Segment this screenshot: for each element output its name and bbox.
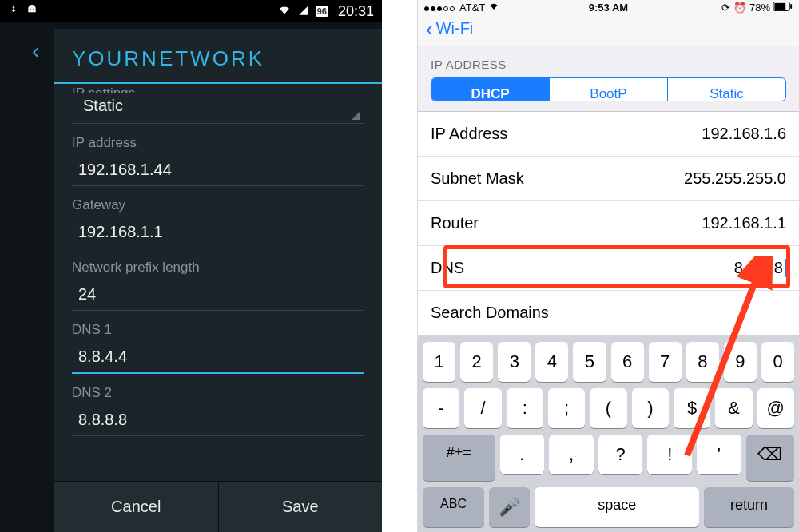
row-subnet-mask[interactable]: Subnet Mask 255.255.255.0 — [418, 157, 799, 201]
ip-settings-value: Static — [83, 97, 123, 114]
row-ip-address[interactable]: IP Address 192.168.1.6 — [418, 112, 799, 157]
android-status-bar: 96 20:31 — [0, 0, 382, 22]
android-screenshot: 96 20:31 ‹ YOURNETWORK IP settings Stati… — [0, 0, 382, 532]
key-,[interactable]: , — [549, 435, 594, 474]
dns2-input[interactable]: 8.8.8.8 — [72, 406, 364, 436]
prefix-label: Network prefix length — [72, 260, 364, 276]
backspace-icon: ⌫ — [757, 444, 782, 464]
wifi-icon — [277, 5, 292, 18]
row-label: DNS — [431, 259, 464, 277]
battery-level: 96 — [316, 6, 328, 17]
key-6[interactable]: 6 — [611, 342, 644, 382]
save-button[interactable]: Save — [218, 482, 383, 532]
key-space[interactable]: space — [535, 487, 699, 527]
ip-address-label: IP address — [72, 135, 364, 151]
key-7[interactable]: 7 — [649, 342, 682, 382]
svg-point-0 — [30, 8, 31, 9]
dns1-input[interactable]: 8.8.4.4 — [72, 343, 364, 374]
row-router[interactable]: Router 192.168.1.1 — [418, 201, 799, 246]
usb-icon — [8, 5, 19, 18]
prefix-input[interactable]: 24 — [72, 280, 364, 311]
clock: 9:53 AM — [418, 2, 799, 14]
key-:[interactable]: : — [507, 388, 543, 428]
ip-mode-segmented-control[interactable]: DHCP BootP Static — [431, 77, 786, 101]
svg-point-1 — [33, 8, 34, 9]
back-button[interactable]: ‹ Wi-Fi — [426, 19, 791, 38]
chevron-left-icon: ‹ — [426, 22, 433, 36]
row-label: Subnet Mask — [431, 169, 524, 188]
dialog-title: YOURNETWORK — [54, 29, 382, 84]
key-1[interactable]: 1 — [423, 342, 455, 382]
clock: 20:31 — [338, 3, 374, 20]
segment-dhcp[interactable]: DHCP — [431, 78, 549, 101]
dns2-label: DNS 2 — [72, 385, 364, 401]
key-5[interactable]: 5 — [573, 342, 606, 382]
ios-status-bar: AT&T 9:53 AM ⟳ ⏰ 78% — [418, 0, 799, 14]
mic-icon: 🎤 — [499, 497, 520, 517]
key-0[interactable]: 0 — [761, 342, 794, 382]
row-value: 192.168.1.6 — [702, 125, 786, 143]
row-value: 192.168.1.1 — [702, 214, 786, 232]
key-;[interactable]: ; — [548, 388, 585, 428]
ip-address-input[interactable]: 192.168.1.44 — [72, 156, 364, 186]
key-([interactable]: ( — [590, 388, 626, 428]
key-2[interactable]: 2 — [460, 342, 493, 382]
back-chevron-icon[interactable]: ‹ — [32, 38, 39, 64]
key-return[interactable]: return — [704, 487, 794, 527]
segment-static[interactable]: Static — [667, 78, 785, 101]
dns1-label: DNS 1 — [72, 322, 364, 338]
row-search-domains[interactable]: Search Domains — [418, 291, 799, 335]
key-.[interactable]: . — [500, 435, 545, 474]
back-label: Wi-Fi — [436, 19, 474, 38]
ios-screenshot: AT&T 9:53 AM ⟳ ⏰ 78% ‹ Wi-Fi IP Address … — [417, 0, 799, 532]
android-face-icon — [26, 5, 38, 18]
key-backspace[interactable]: ⌫ — [746, 435, 794, 481]
key-symbols-toggle[interactable]: #+= — [423, 435, 495, 481]
ios-nav-bar: ‹ Wi-Fi — [418, 14, 799, 46]
key-/[interactable]: / — [464, 388, 501, 428]
section-header: IP Address — [418, 46, 799, 77]
key-&[interactable]: & — [715, 388, 752, 428]
row-value: 255.255.255.0 — [684, 169, 786, 188]
key-8[interactable]: 8 — [686, 342, 719, 382]
key-mic[interactable]: 🎤 — [489, 487, 530, 527]
key-abc[interactable]: ABC — [423, 487, 484, 527]
key-![interactable]: ! — [647, 435, 692, 474]
android-dialog: YOURNETWORK IP settings Static IP addres… — [54, 29, 382, 532]
segment-bootp[interactable]: BootP — [549, 78, 667, 101]
key-3[interactable]: 3 — [498, 342, 531, 382]
key-?[interactable]: ? — [598, 435, 643, 474]
ios-keyboard: 1234567890 -/:;()$&@ #+= .,?!' ⌫ ABC 🎤 s… — [418, 335, 799, 532]
settings-rows: IP Address 192.168.1.6 Subnet Mask 255.2… — [418, 111, 799, 335]
row-label: Router — [431, 214, 479, 232]
row-label: Search Domains — [431, 304, 549, 322]
key-)[interactable]: ) — [632, 388, 669, 428]
key-4[interactable]: 4 — [535, 342, 568, 382]
dns-input[interactable]: 8.8.8.8 — [734, 259, 786, 277]
key-'[interactable]: ' — [697, 435, 741, 474]
key-$[interactable]: $ — [674, 388, 710, 428]
gateway-label: Gateway — [72, 197, 364, 213]
signal-icon — [298, 5, 309, 18]
ip-settings-select[interactable]: Static — [72, 89, 364, 124]
row-dns[interactable]: DNS 8.8.8.8 — [418, 246, 799, 291]
key-@[interactable]: @ — [757, 388, 794, 428]
cancel-button[interactable]: Cancel — [54, 482, 218, 532]
key--[interactable]: - — [423, 388, 459, 428]
gateway-input[interactable]: 192.168.1.1 — [72, 218, 364, 248]
key-9[interactable]: 9 — [724, 342, 757, 382]
dialog-actions: Cancel Save — [54, 481, 382, 532]
row-label: IP Address — [431, 125, 507, 143]
